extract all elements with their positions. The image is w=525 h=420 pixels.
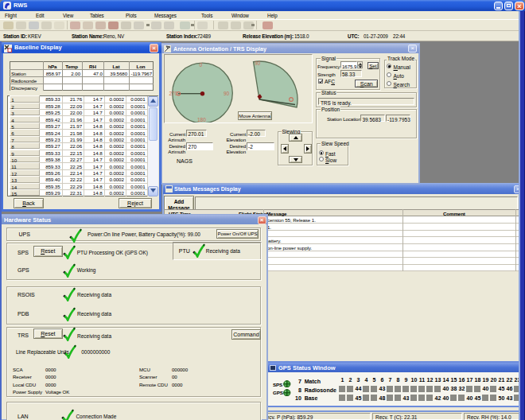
svg-text:0: 0: [200, 62, 203, 68]
svg-text:180: 180: [197, 117, 206, 122]
svg-text:90: 90: [255, 60, 261, 66]
svg-text:270: 270: [169, 91, 178, 96]
svg-text:90: 90: [224, 91, 230, 96]
